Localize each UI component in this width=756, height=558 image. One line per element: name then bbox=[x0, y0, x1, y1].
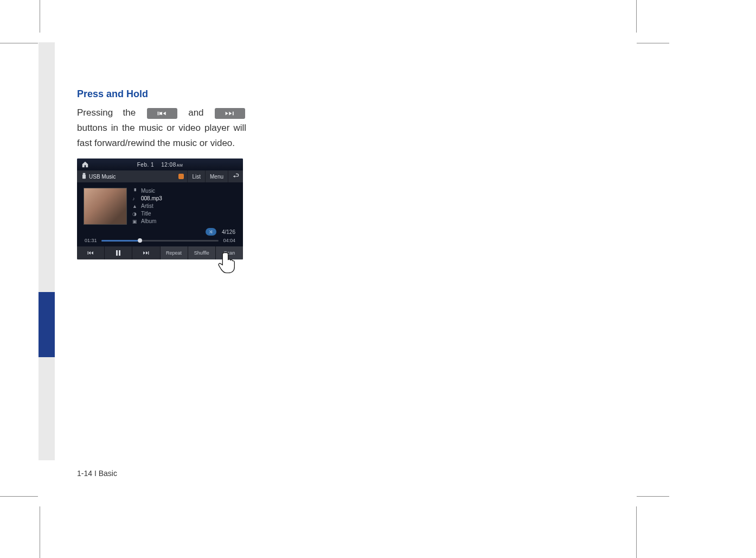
source-label: USB Music bbox=[89, 174, 178, 180]
status-ampm: AM bbox=[177, 163, 183, 167]
folder-icon: ▝ bbox=[132, 188, 138, 194]
meta-folder: ▝ Music bbox=[132, 188, 236, 194]
time-total: 04:04 bbox=[223, 238, 235, 243]
svg-rect-14 bbox=[119, 250, 120, 256]
traffic-icon[interactable] bbox=[178, 174, 184, 179]
meta-album-label: Album bbox=[141, 218, 156, 224]
svg-rect-7 bbox=[83, 173, 86, 175]
status-date: Feb. 1 bbox=[137, 162, 154, 168]
meta-title-label: Title bbox=[141, 211, 151, 217]
album-art bbox=[84, 188, 127, 225]
meta-album: ▣ Album bbox=[132, 218, 236, 224]
svg-marker-4 bbox=[226, 111, 228, 115]
body-text-post: buttons in the music or video player wil… bbox=[77, 123, 246, 148]
meta-title: ◑ Title bbox=[132, 211, 236, 217]
shuffle-button[interactable]: Shuffle bbox=[188, 246, 216, 259]
page-margin-bar bbox=[39, 357, 55, 460]
rewind-button-graphic bbox=[147, 108, 177, 119]
home-icon[interactable] bbox=[81, 161, 89, 168]
meta-track-name: 008.mp3 bbox=[141, 195, 162, 201]
album-icon: ▣ bbox=[132, 219, 138, 224]
skip-back-icon bbox=[87, 250, 94, 256]
status-bar: Feb. 1 12:08AM bbox=[77, 158, 243, 170]
progress-fill bbox=[101, 240, 140, 242]
disc-icon: ◑ bbox=[132, 211, 138, 217]
artist-icon: ▲ bbox=[132, 204, 138, 209]
pause-icon bbox=[115, 250, 121, 256]
meta-track: ♪ 008.mp3 bbox=[132, 195, 236, 201]
player-screenshot: Feb. 1 12:08AM USB Music List Menu ▝ bbox=[77, 158, 243, 259]
back-button[interactable] bbox=[228, 170, 243, 182]
svg-marker-3 bbox=[163, 111, 165, 115]
progress-thumb[interactable] bbox=[138, 238, 142, 243]
skip-forward-icon bbox=[223, 111, 236, 116]
prev-button[interactable] bbox=[77, 246, 105, 259]
usb-icon bbox=[81, 173, 87, 180]
skip-forward-icon bbox=[143, 250, 149, 256]
list-button[interactable]: List bbox=[187, 170, 205, 182]
shuffle-badge: ⤭ bbox=[206, 228, 216, 236]
skip-back-icon bbox=[156, 111, 169, 116]
page-footer: 1-14 I Basic bbox=[77, 469, 117, 478]
forward-button-graphic bbox=[215, 108, 245, 119]
touch-hand-icon bbox=[217, 250, 241, 274]
svg-rect-13 bbox=[116, 250, 118, 256]
progress-bar[interactable]: 01:31 04:04 bbox=[77, 238, 243, 246]
meta-artist: ▲ Artist bbox=[132, 203, 236, 209]
svg-marker-5 bbox=[229, 111, 232, 115]
svg-marker-11 bbox=[88, 251, 91, 255]
track-count: 4/126 bbox=[222, 229, 235, 235]
section-body: Pressing the and buttons in the music or… bbox=[77, 105, 246, 151]
svg-marker-12 bbox=[91, 251, 93, 255]
svg-rect-10 bbox=[88, 251, 88, 255]
menu-button[interactable]: Menu bbox=[205, 170, 228, 182]
status-time: 12:08 bbox=[161, 162, 176, 168]
svg-rect-8 bbox=[82, 175, 86, 179]
meta-artist-label: Artist bbox=[141, 203, 153, 209]
repeat-button[interactable]: Repeat bbox=[161, 246, 188, 259]
section-heading: Press and Hold bbox=[77, 88, 246, 100]
svg-rect-17 bbox=[149, 251, 149, 255]
back-icon bbox=[232, 173, 240, 180]
progress-track[interactable] bbox=[101, 240, 219, 242]
next-button[interactable] bbox=[132, 246, 160, 259]
pause-button[interactable] bbox=[105, 246, 132, 259]
body-text-pre: Pressing the bbox=[77, 107, 146, 118]
page-section-bar bbox=[39, 292, 55, 357]
svg-marker-9 bbox=[233, 175, 235, 178]
meta-folder-label: Music bbox=[141, 188, 155, 194]
body-text-mid: and bbox=[188, 107, 214, 118]
svg-rect-6 bbox=[233, 111, 234, 115]
note-icon: ♪ bbox=[132, 196, 138, 201]
svg-marker-16 bbox=[146, 251, 148, 255]
svg-marker-15 bbox=[144, 251, 146, 255]
time-elapsed: 01:31 bbox=[85, 238, 97, 243]
svg-rect-0 bbox=[157, 111, 158, 115]
title-bar: USB Music List Menu bbox=[77, 170, 243, 182]
